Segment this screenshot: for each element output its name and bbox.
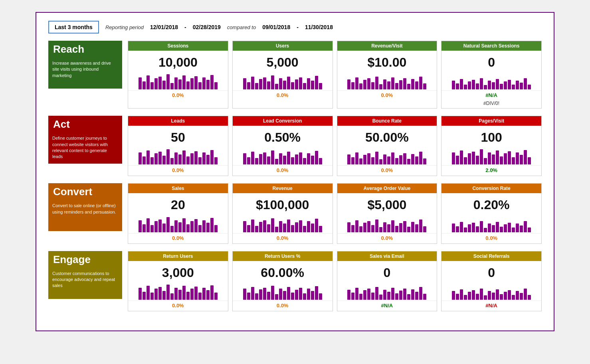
bar-10 [492,82,495,89]
bar-19 [423,226,426,232]
bar-3 [359,226,362,232]
bar-1 [143,292,146,300]
bar-10 [387,156,390,164]
bar-2 [147,218,150,232]
metrics-grid-act: Leads500.0%Lead Conversion0.50%0.0%Bounc… [128,116,542,176]
bar-0 [139,77,142,89]
bar-15 [198,157,202,164]
bar-12 [186,292,190,300]
compare-start: 09/01/2018 [262,24,290,30]
metric-header-act-0: Leads [128,116,228,126]
bar-1 [143,224,146,232]
bar-6 [371,225,374,232]
page-container: Last 3 months Reporting period 12/01/201… [36,12,554,331]
bar-15 [303,226,306,232]
bar-8 [170,226,174,232]
bar-11 [496,79,499,89]
bar-5 [472,80,475,89]
bar-1 [247,293,250,300]
bar-14 [403,78,406,89]
metric-header-reach-3: Natural Search Sessions [442,41,541,51]
bar-5 [472,223,475,232]
section-row-engage: EngageCustomer communications to encoura… [48,251,542,311]
metric-card-reach-1: Users5,0000.0% [232,41,333,109]
bar-4 [363,80,366,89]
bar-13 [399,291,402,300]
bar-4 [259,154,262,164]
bar-7 [375,220,378,232]
bar-1 [247,157,250,164]
bar-9 [174,220,178,232]
bar-3 [255,293,258,300]
bar-16 [516,224,519,232]
date-sep1: - [184,24,186,30]
bar-6 [267,224,270,232]
bar-13 [399,223,402,232]
bar-chart-act-3 [442,148,541,165]
metric-footer-engage-3: #N/A [442,301,541,311]
bar-12 [291,82,294,89]
bar-18 [524,221,527,232]
bar-11 [182,150,186,164]
bar-7 [480,78,483,89]
bar-11 [496,289,499,300]
bar-14 [194,76,198,89]
bar-13 [504,81,507,89]
metrics-grid-convert: Sales200.0%Revenue$100,0000.0%Average Or… [128,183,542,243]
bar-18 [210,150,214,164]
bar-4 [468,224,471,232]
section-title-engage: Engage [48,251,122,268]
metric-value-convert-3: 0.20% [442,193,541,215]
metric-header-reach-1: Users [233,41,333,51]
bar-2 [355,288,358,300]
bar-16 [516,152,519,164]
section-row-act: ActDefine customer journeys to connect w… [48,116,542,176]
bar-14 [194,287,198,300]
bar-7 [166,217,170,232]
metric-footer-engage-0: 0.0% [128,301,228,311]
bar-19 [319,83,322,89]
bar-6 [476,226,479,232]
metric-header-convert-2: Average Order Value [337,184,437,193]
bar-5 [367,221,370,232]
bar-19 [319,226,322,232]
bar-10 [283,81,286,89]
metric-header-act-3: Pages/Visit [442,116,541,126]
bar-6 [371,157,374,164]
bar-13 [399,155,402,164]
bar-18 [524,150,527,164]
bar-7 [166,74,170,89]
bar-5 [158,287,162,300]
bar-17 [311,291,314,300]
bar-4 [154,221,158,232]
bar-0 [347,154,350,164]
bar-5 [263,152,266,164]
bar-18 [419,152,422,164]
bar-12 [500,84,503,89]
period-button[interactable]: Last 3 months [48,21,99,34]
section-label-engage: EngageCustomer communications to encoura… [48,251,122,299]
metric-card-engage-2: Sales via Email0#N/A [337,251,438,311]
bar-2 [251,220,254,232]
bar-chart-reach-0 [128,73,228,90]
bar-18 [315,151,318,164]
bar-16 [516,81,519,89]
bar-6 [162,156,166,164]
bar-9 [174,288,178,300]
bar-chart-reach-1 [233,73,333,90]
bar-6 [267,81,270,89]
bar-19 [528,85,531,89]
bar-18 [524,78,527,89]
metric-value-convert-1: $100,000 [233,193,333,215]
bar-2 [251,287,254,300]
bar-19 [214,157,218,164]
bar-13 [504,224,507,232]
metric-header-convert-1: Revenue [233,184,333,193]
bar-10 [387,224,390,232]
section-row-convert: ConvertConvert to sale online (or offlin… [48,183,542,243]
bar-18 [419,220,422,232]
bar-1 [456,226,459,232]
bar-6 [162,224,166,232]
bar-9 [279,153,282,164]
bar-1 [351,82,354,89]
